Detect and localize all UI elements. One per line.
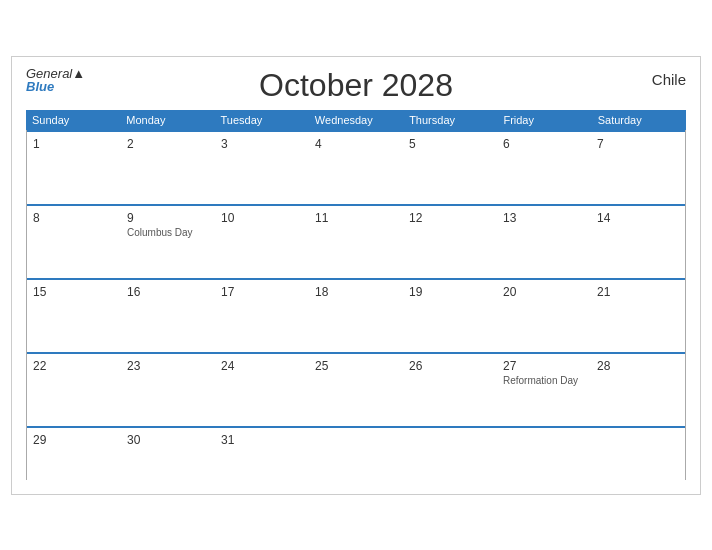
day-number: 23 <box>127 359 209 373</box>
day-cell: 30 <box>121 428 215 480</box>
day-cell: 22 <box>27 354 121 426</box>
day-header-wednesday: Wednesday <box>309 110 403 130</box>
day-cell <box>403 428 497 480</box>
day-cell: 3 <box>215 132 309 204</box>
day-number: 15 <box>33 285 115 299</box>
day-cell: 23 <box>121 354 215 426</box>
day-cell: 19 <box>403 280 497 352</box>
day-cell: 29 <box>27 428 121 480</box>
day-header-tuesday: Tuesday <box>215 110 309 130</box>
logo-general: General▲ <box>26 67 85 80</box>
country-label: Chile <box>652 71 686 88</box>
holiday-name: Columbus Day <box>127 227 209 238</box>
day-header-friday: Friday <box>497 110 591 130</box>
calendar-header: General▲ Blue October 2028 Chile <box>26 67 686 104</box>
day-number: 29 <box>33 433 115 447</box>
day-cell: 5 <box>403 132 497 204</box>
day-number: 22 <box>33 359 115 373</box>
day-header-thursday: Thursday <box>403 110 497 130</box>
day-cell: 16 <box>121 280 215 352</box>
month-title: October 2028 <box>259 67 453 104</box>
day-number: 8 <box>33 211 115 225</box>
day-number: 5 <box>409 137 491 151</box>
day-number: 31 <box>221 433 303 447</box>
day-number: 1 <box>33 137 115 151</box>
day-cell: 20 <box>497 280 591 352</box>
day-number: 20 <box>503 285 585 299</box>
day-cell: 11 <box>309 206 403 278</box>
day-cell: 7 <box>591 132 685 204</box>
calendar-grid: 123456789Columbus Day1011121314151617181… <box>26 130 686 480</box>
day-number: 11 <box>315 211 397 225</box>
day-cell: 10 <box>215 206 309 278</box>
day-cell: 25 <box>309 354 403 426</box>
day-number: 17 <box>221 285 303 299</box>
day-number: 4 <box>315 137 397 151</box>
day-number: 13 <box>503 211 585 225</box>
day-number: 27 <box>503 359 585 373</box>
day-number: 7 <box>597 137 679 151</box>
day-header-saturday: Saturday <box>592 110 686 130</box>
day-cell: 2 <box>121 132 215 204</box>
day-cell <box>497 428 591 480</box>
day-cell: 17 <box>215 280 309 352</box>
day-number: 12 <box>409 211 491 225</box>
day-cell: 1 <box>27 132 121 204</box>
day-cell: 4 <box>309 132 403 204</box>
day-cell: 6 <box>497 132 591 204</box>
day-cell: 12 <box>403 206 497 278</box>
day-header-monday: Monday <box>120 110 214 130</box>
day-number: 28 <box>597 359 679 373</box>
day-cell <box>309 428 403 480</box>
day-cell: 15 <box>27 280 121 352</box>
day-cell: 9Columbus Day <box>121 206 215 278</box>
day-cell: 21 <box>591 280 685 352</box>
calendar-container: General▲ Blue October 2028 Chile Sunday … <box>11 56 701 495</box>
day-number: 14 <box>597 211 679 225</box>
day-number: 18 <box>315 285 397 299</box>
day-number: 24 <box>221 359 303 373</box>
day-cell <box>591 428 685 480</box>
day-number: 6 <box>503 137 585 151</box>
logo-blue: Blue <box>26 80 85 93</box>
logo: General▲ Blue <box>26 67 85 93</box>
day-cell: 27Reformation Day <box>497 354 591 426</box>
days-header: Sunday Monday Tuesday Wednesday Thursday… <box>26 110 686 130</box>
day-number: 21 <box>597 285 679 299</box>
day-number: 2 <box>127 137 209 151</box>
day-cell: 26 <box>403 354 497 426</box>
day-number: 16 <box>127 285 209 299</box>
day-number: 30 <box>127 433 209 447</box>
day-number: 10 <box>221 211 303 225</box>
day-cell: 14 <box>591 206 685 278</box>
day-number: 26 <box>409 359 491 373</box>
day-cell: 8 <box>27 206 121 278</box>
day-header-sunday: Sunday <box>26 110 120 130</box>
day-number: 25 <box>315 359 397 373</box>
day-cell: 13 <box>497 206 591 278</box>
day-cell: 24 <box>215 354 309 426</box>
holiday-name: Reformation Day <box>503 375 585 386</box>
day-number: 19 <box>409 285 491 299</box>
day-cell: 31 <box>215 428 309 480</box>
day-cell: 28 <box>591 354 685 426</box>
day-cell: 18 <box>309 280 403 352</box>
day-number: 3 <box>221 137 303 151</box>
day-number: 9 <box>127 211 209 225</box>
